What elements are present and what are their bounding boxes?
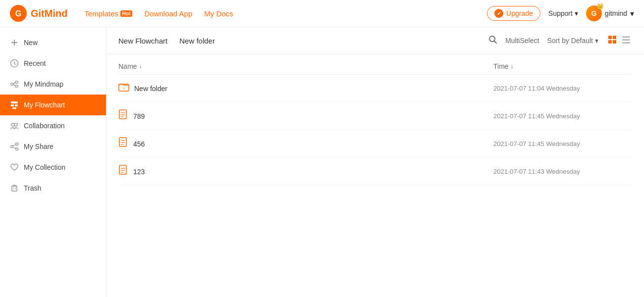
file-name-label: 456 — [133, 140, 145, 148]
svg-line-21 — [13, 145, 16, 146]
clock-icon — [10, 59, 19, 68]
search-icon[interactable] — [488, 35, 497, 47]
sidebar-item-label: Collaboration — [24, 122, 65, 130]
header: G GitMind Templates Hot Download App My … — [0, 0, 644, 27]
grid-view-button[interactable] — [606, 34, 618, 48]
svg-rect-14 — [15, 104, 18, 106]
support-button[interactable]: Support ▾ — [548, 9, 578, 17]
toolbar: New Flowchart New folder MultiSelect Sor… — [107, 27, 644, 54]
doc-icon — [118, 137, 128, 150]
sidebar-item-collaboration[interactable]: Collaboration — [0, 115, 106, 136]
multiselect-button[interactable]: MultiSelect — [505, 37, 539, 45]
svg-text:+: + — [123, 86, 125, 91]
sidebar-item-mycollection[interactable]: My Collection — [0, 157, 106, 178]
nav-templates[interactable]: Templates Hot — [84, 9, 132, 18]
svg-line-11 — [13, 84, 15, 86]
user-area[interactable]: G 👑 gitmind ▾ — [586, 5, 634, 21]
svg-rect-9 — [15, 85, 18, 87]
file-name-label: New folder — [134, 85, 167, 93]
logo-icon: G — [10, 5, 27, 22]
toolbar-right: MultiSelect Sort by Default ▾ — [488, 34, 632, 48]
file-time: 2021-07-07 11:43 Wednesday — [493, 168, 632, 175]
sort-button[interactable]: Sort by Default ▾ — [547, 37, 598, 45]
new-flowchart-button[interactable]: New Flowchart — [118, 37, 167, 45]
svg-line-22 — [13, 147, 16, 148]
doc-icon — [118, 137, 128, 148]
logo[interactable]: G GitMind — [10, 5, 67, 22]
file-name: 789 — [118, 109, 493, 123]
sidebar-item-label: Recent — [24, 59, 46, 67]
table-row[interactable]: 123 2021-07-07 11:43 Wednesday — [118, 158, 632, 186]
table-row[interactable]: 456 2021-07-07 11:45 Wednesday — [118, 130, 632, 158]
share-icon — [10, 142, 19, 151]
file-name-label: 789 — [133, 112, 145, 120]
main-layout: New Recent My Mindmap My Flowchart Colla… — [0, 27, 644, 297]
file-list: Name ↓ Time ↓ + New folder 2021-07-07 11… — [107, 54, 644, 297]
svg-rect-36 — [622, 36, 630, 38]
chevron-down-icon: ▾ — [630, 9, 634, 18]
doc-icon — [118, 109, 128, 123]
plus-icon — [10, 38, 19, 47]
hot-badge: Hot — [120, 10, 133, 17]
new-folder-button[interactable]: New folder — [179, 37, 215, 45]
sort-arrow-icon: ↓ — [139, 63, 142, 70]
svg-line-31 — [494, 41, 496, 43]
sort-arrow-icon: ↓ — [511, 63, 514, 70]
file-time: 2021-07-07 11:45 Wednesday — [493, 140, 632, 148]
sidebar-item-myshare[interactable]: My Share — [0, 136, 106, 157]
user-name: gitmind — [605, 9, 627, 17]
nav-my-docs[interactable]: My Docs — [204, 9, 233, 18]
svg-rect-32 — [608, 36, 612, 39]
table-row[interactable]: 789 2021-07-07 11:45 Wednesday — [118, 102, 632, 130]
svg-point-20 — [16, 148, 18, 150]
sidebar-item-new[interactable]: New — [0, 32, 106, 53]
collab-icon — [10, 121, 19, 130]
avatar: G 👑 — [586, 5, 602, 21]
svg-rect-12 — [11, 101, 18, 103]
column-name[interactable]: Name ↓ — [118, 62, 493, 70]
sidebar-item-mindmap[interactable]: My Mindmap — [0, 74, 106, 95]
header-right: ✓ Upgrade Support ▾ G 👑 gitmind ▾ — [487, 5, 634, 21]
file-name-label: 123 — [133, 168, 145, 176]
svg-rect-37 — [622, 39, 630, 41]
sidebar-item-label: Trash — [24, 184, 41, 192]
svg-rect-3 — [11, 42, 17, 43]
svg-rect-49 — [119, 165, 126, 174]
sidebar-item-label: My Flowchart — [24, 101, 65, 109]
svg-rect-7 — [11, 83, 13, 85]
svg-point-17 — [14, 123, 17, 126]
view-toggle — [606, 34, 632, 48]
sidebar-item-trash[interactable]: Trash — [0, 178, 106, 198]
svg-point-16 — [11, 123, 14, 126]
svg-rect-34 — [608, 40, 612, 44]
svg-rect-13 — [11, 104, 14, 106]
svg-line-10 — [13, 82, 15, 84]
crown-icon: 👑 — [596, 2, 604, 9]
flowchart-icon — [10, 100, 19, 109]
file-rows: + New folder 2021-07-07 11:04 Wednesday … — [118, 75, 632, 186]
table-row[interactable]: + New folder 2021-07-07 11:04 Wednesday — [118, 75, 632, 102]
svg-point-19 — [11, 146, 13, 148]
sidebar-item-label: My Share — [24, 143, 54, 150]
chevron-down-icon: ▾ — [575, 9, 578, 17]
upgrade-button[interactable]: ✓ Upgrade — [487, 6, 540, 21]
nav-download-app[interactable]: Download App — [144, 9, 192, 18]
list-view-button[interactable] — [620, 34, 632, 48]
doc-icon — [118, 165, 128, 178]
sidebar: New Recent My Mindmap My Flowchart Colla… — [0, 27, 107, 297]
svg-rect-15 — [12, 107, 16, 109]
file-list-header: Name ↓ Time ↓ — [118, 54, 632, 75]
svg-rect-33 — [613, 36, 616, 39]
content-area: New Flowchart New folder MultiSelect Sor… — [107, 27, 644, 297]
sidebar-item-recent[interactable]: Recent — [0, 53, 106, 74]
column-time[interactable]: Time ↓ — [493, 62, 632, 70]
file-name: 456 — [118, 137, 493, 150]
sidebar-item-label: My Mindmap — [24, 80, 63, 88]
svg-rect-23 — [12, 186, 17, 191]
doc-icon — [118, 109, 128, 120]
svg-text:G: G — [15, 9, 21, 18]
sidebar-item-flowchart[interactable]: My Flowchart — [0, 95, 106, 115]
logo-text: GitMind — [31, 8, 67, 19]
svg-rect-41 — [119, 110, 126, 119]
folder-icon: + — [118, 82, 129, 93]
